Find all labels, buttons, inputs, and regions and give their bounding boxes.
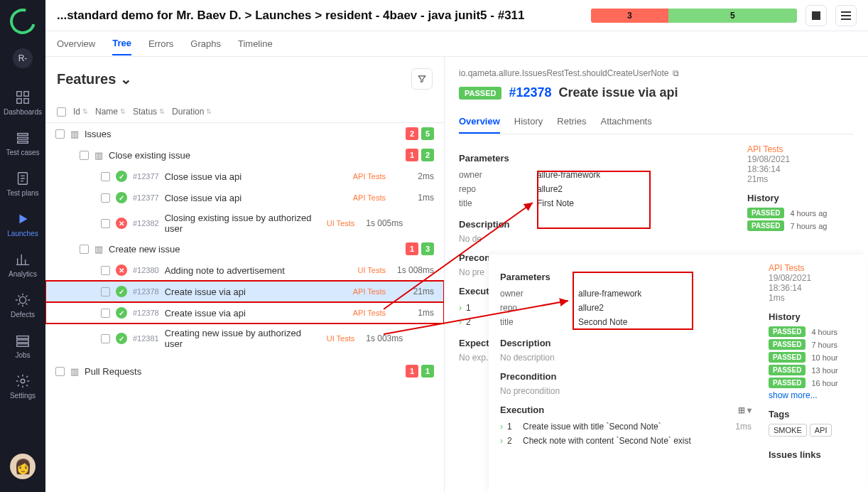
sidebar-item-testcases[interactable]: Test cases xyxy=(0,123,45,164)
group-row[interactable]: ▥ Issues 2 5 xyxy=(45,123,444,144)
gear-icon xyxy=(15,373,31,389)
user-avatar[interactable]: 👩 xyxy=(10,454,36,479)
group-row[interactable]: ▥ Create new issue 1 3 xyxy=(45,238,444,260)
pass-count: 1 xyxy=(421,365,434,378)
meta-tag: API Tests xyxy=(769,263,854,273)
tab-tree[interactable]: Tree xyxy=(112,32,131,55)
checkbox[interactable] xyxy=(55,129,65,139)
tab-errors[interactable]: Errors xyxy=(148,33,173,55)
status-summary-bar: 3 5 xyxy=(591,9,797,23)
filter-button[interactable] xyxy=(411,68,433,90)
test-row[interactable]: ✓#12378Create issue via apiAPI Tests1ms xyxy=(45,302,444,323)
panel-title[interactable]: Features ⌄ xyxy=(57,70,132,87)
filter-icon xyxy=(417,74,427,84)
history-time: 4 hours xyxy=(811,328,837,336)
step-num: 2 xyxy=(466,317,471,327)
checkbox[interactable] xyxy=(80,151,89,160)
test-row[interactable]: ✕#12380Adding note to advertisementUI Te… xyxy=(45,260,444,281)
checkbox[interactable] xyxy=(101,309,110,318)
sidebar-item-analytics[interactable]: Analytics xyxy=(0,245,45,285)
description-heading: Description xyxy=(500,338,752,348)
checkbox[interactable] xyxy=(101,219,110,228)
caret-icon[interactable]: › xyxy=(459,303,462,313)
checkbox[interactable] xyxy=(101,172,110,181)
test-name: Adding note to advertisement xyxy=(165,265,352,276)
detail-tab-history[interactable]: History xyxy=(514,110,543,134)
history-time: 7 hours xyxy=(811,341,837,349)
checkbox[interactable] xyxy=(80,245,89,254)
stop-button[interactable] xyxy=(805,5,827,26)
layout-icon[interactable]: ⊞ ▾ xyxy=(738,405,752,415)
meta-duration: 1ms xyxy=(769,293,854,303)
group-name: Create new issue xyxy=(109,244,180,255)
workspace-avatar[interactable]: R- xyxy=(13,48,33,68)
launches-icon xyxy=(15,211,31,227)
col-id[interactable]: Id⇅ xyxy=(73,107,88,117)
test-row[interactable]: ✓#12381Creating new issue by authorized … xyxy=(45,323,444,353)
test-row[interactable]: ✕#12382Closing existing issue by authori… xyxy=(45,208,444,238)
test-row[interactable]: ✓#12378Create issue via apiAPI Tests21ms xyxy=(45,281,444,302)
checkbox[interactable] xyxy=(101,334,110,343)
sidebar-item-settings[interactable]: Settings xyxy=(0,366,45,407)
group-row[interactable]: ▥ Close existing issue 1 2 xyxy=(45,144,444,166)
caret-icon[interactable]: › xyxy=(500,436,503,446)
test-row[interactable]: ✓#12377Close issue via apiAPI Tests2ms xyxy=(45,166,444,187)
meta-date: 19/08/2021 xyxy=(747,154,854,164)
sidebar-item-label: Dashboards xyxy=(4,108,42,116)
step-duration: 1ms xyxy=(735,422,752,432)
folder-icon: ▥ xyxy=(70,366,79,377)
group-row[interactable]: ▥ Pull Requests 1 1 xyxy=(45,360,444,382)
caret-icon[interactable]: › xyxy=(500,422,503,432)
pass-count: 5 xyxy=(421,127,434,140)
detail-tabs: Overview History Retries Attachments xyxy=(459,110,854,134)
tag-chip[interactable]: SMOKE xyxy=(769,424,807,437)
sidebar-item-jobs[interactable]: Jobs xyxy=(0,326,45,366)
caret-icon[interactable]: › xyxy=(459,317,462,327)
test-duration: 1ms xyxy=(391,308,434,318)
fail-count: 2 xyxy=(406,127,418,140)
breadcrumb[interactable]: ...standard demo for Mr. Baev D. > Launc… xyxy=(57,9,525,23)
checkbox[interactable] xyxy=(55,367,65,376)
testplans-icon xyxy=(15,171,31,186)
param-key: title xyxy=(459,198,537,208)
issues-heading: Issues links xyxy=(769,449,854,460)
select-all-checkbox[interactable] xyxy=(57,107,66,117)
param-key: owner xyxy=(459,170,537,180)
svg-rect-6 xyxy=(18,141,28,144)
test-row[interactable]: ✓#12377Close issue via apiAPI Tests1ms xyxy=(45,187,444,208)
col-status[interactable]: Status⇅ xyxy=(133,107,165,117)
meta-time: 18:36:14 xyxy=(747,164,854,174)
col-name[interactable]: Name⇅ xyxy=(95,107,126,117)
checkbox[interactable] xyxy=(101,193,110,203)
sidebar-item-defects[interactable]: Defects xyxy=(0,285,45,326)
test-duration: 2ms xyxy=(391,171,434,181)
detail-tab-overview[interactable]: Overview xyxy=(459,110,500,134)
param-value: allure-framework xyxy=(578,289,641,299)
bug-icon xyxy=(15,292,31,308)
tab-timeline[interactable]: Timeline xyxy=(238,33,273,55)
col-duration[interactable]: Duration⇅ xyxy=(172,107,212,117)
svg-rect-10 xyxy=(17,340,29,343)
tag-chip[interactable]: API xyxy=(810,424,832,437)
sidebar-item-testplans[interactable]: Test plans xyxy=(0,164,45,204)
sidebar-item-launches[interactable]: Launches xyxy=(0,204,45,245)
detail-tab-retries[interactable]: Retries xyxy=(557,110,586,134)
sidebar-item-label: Jobs xyxy=(15,351,30,359)
test-tag: API Tests xyxy=(353,193,386,202)
detail-tab-attachments[interactable]: Attachments xyxy=(600,110,651,134)
step-text: Create issue with title `Second Note` xyxy=(523,422,731,432)
copy-icon[interactable] xyxy=(673,68,679,78)
menu-button[interactable] xyxy=(835,5,857,26)
tab-overview[interactable]: Overview xyxy=(57,33,95,55)
tab-graphs[interactable]: Graphs xyxy=(190,33,221,55)
sidebar-item-dashboards[interactable]: Dashboards xyxy=(0,82,45,123)
param-value: allure-framework xyxy=(537,170,600,180)
pass-icon: ✓ xyxy=(116,286,127,297)
show-more-link[interactable]: show more... xyxy=(769,390,854,400)
history-time: 7 hours ag xyxy=(790,222,827,230)
test-title-id[interactable]: #12378 xyxy=(509,85,551,100)
checkbox[interactable] xyxy=(101,287,110,296)
param-key: title xyxy=(500,317,578,327)
checkbox[interactable] xyxy=(101,266,110,275)
svg-rect-13 xyxy=(812,11,820,20)
